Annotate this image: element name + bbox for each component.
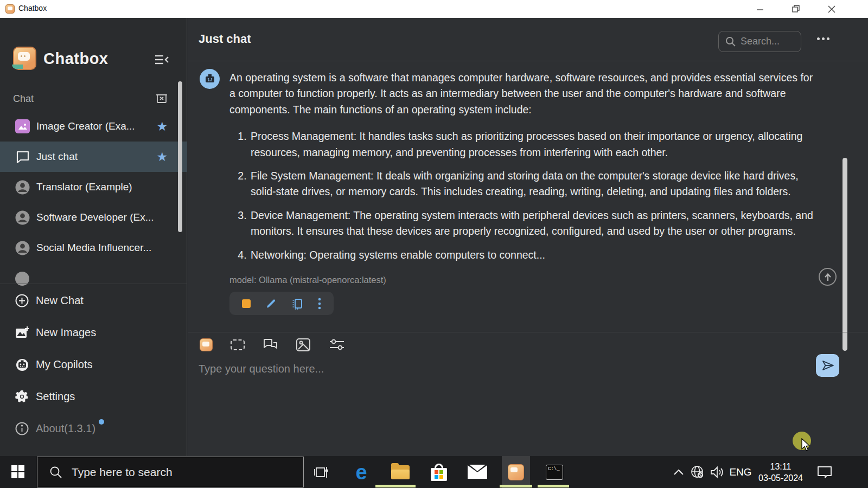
chat-scrollbar[interactable] (843, 158, 847, 351)
chatbox-logo-accent (12, 65, 23, 69)
sidebar-item-label: Software Developer (Ex... (36, 211, 154, 223)
message-input[interactable] (199, 363, 784, 444)
restore-icon (792, 5, 800, 13)
assistant-message: An operating system is a software that m… (229, 70, 821, 315)
page-title: Just chat (199, 32, 251, 46)
edge-browser-button[interactable]: e (347, 456, 375, 488)
nav-label: New Chat (36, 294, 84, 307)
window-titlebar: Chatbox (0, 0, 868, 18)
chatbox-icon (508, 464, 524, 480)
list-item: Device Management: The operating system … (250, 208, 821, 240)
search-input[interactable]: Search... (718, 31, 801, 52)
copy-icon (291, 298, 303, 310)
send-button[interactable] (816, 354, 839, 377)
chat-header: Just chat Search... (188, 18, 868, 61)
file-explorer-icon (391, 465, 410, 479)
sidebar-item-my-copilots[interactable]: My Copilots (0, 349, 187, 381)
message-paragraph: An operating system is a software that m… (229, 70, 821, 118)
avatar-icon (15, 210, 30, 225)
message-input-area (188, 332, 868, 456)
info-icon (15, 422, 29, 435)
taskbar-clock[interactable]: 13:11 03-05-2024 (757, 456, 804, 488)
stop-generating-button[interactable] (242, 299, 251, 308)
network-button[interactable] (689, 456, 706, 488)
clock-time: 13:11 (770, 461, 792, 472)
tray-chevron-button[interactable] (671, 456, 687, 488)
sidebar-item-new-images[interactable]: New Images (0, 317, 187, 349)
sidebar-item-translator[interactable]: Translator (Example) (0, 172, 187, 202)
running-indicator (538, 485, 569, 487)
language-label: ENG (729, 466, 751, 478)
language-indicator[interactable]: ENG (728, 456, 753, 488)
sidebar-item-settings[interactable]: Settings (0, 381, 187, 413)
tray-chevron-icon (674, 469, 684, 475)
sidebar-item-image-creator[interactable]: Image Creator (Exa... ★ (0, 111, 187, 142)
model-info: model: Ollama (mistral-openorca:latest) (229, 272, 821, 288)
task-view-icon (314, 465, 330, 479)
sidebar-item-social-media-influencer[interactable]: Social Media Influencer... (0, 233, 187, 263)
close-icon (828, 5, 835, 13)
volume-icon (710, 466, 724, 479)
update-badge (99, 419, 104, 425)
conversations-icon[interactable] (263, 338, 278, 352)
list-item: File System Management: It deals with or… (250, 168, 821, 200)
taskbar-search-placeholder: Type here to search (72, 466, 173, 479)
taskbar-search[interactable]: Type here to search (37, 457, 304, 487)
store-button[interactable] (425, 456, 453, 488)
sidebar-item-new-chat[interactable]: New Chat (0, 285, 187, 317)
sidebar-scrollbar[interactable] (178, 81, 182, 232)
chat-bubble-icon (15, 150, 30, 164)
nav-label: Settings (36, 390, 75, 403)
volume-button[interactable] (709, 456, 726, 488)
collapse-sidebar-button[interactable] (154, 52, 170, 68)
image-icon[interactable] (296, 338, 311, 352)
assistant-picker-icon[interactable] (200, 338, 213, 351)
message-toolbar (229, 292, 334, 315)
clock-date: 03-05-2024 (758, 472, 803, 484)
search-placeholder: Search... (741, 36, 780, 47)
plus-circle-icon (15, 294, 29, 307)
edit-button[interactable] (265, 298, 277, 309)
scroll-to-top-button[interactable] (819, 268, 837, 286)
nav-label: About(1.3.1) (36, 422, 95, 435)
mail-icon (468, 465, 487, 479)
screenshot-icon[interactable] (231, 339, 245, 350)
brand-name: Chatbox (43, 50, 108, 68)
copy-button[interactable] (291, 298, 303, 310)
file-explorer-button[interactable] (386, 456, 414, 488)
edit-icon (265, 298, 277, 309)
chatbox-taskbar-button[interactable] (502, 456, 530, 488)
store-icon (431, 464, 447, 481)
minimize-button[interactable] (748, 0, 773, 18)
nav-label: My Copilots (36, 358, 92, 371)
mail-button[interactable] (463, 456, 492, 488)
message-more-button[interactable] (318, 298, 321, 310)
maximize-button[interactable] (783, 0, 808, 18)
app-icon (5, 4, 15, 14)
sidebar-item-label: Translator (Example) (36, 181, 132, 193)
action-center-button[interactable] (813, 456, 837, 488)
send-icon (821, 359, 835, 372)
start-button[interactable] (11, 465, 24, 478)
close-button[interactable] (819, 0, 844, 18)
clear-chats-button[interactable] (155, 92, 168, 105)
sidebar-item-about[interactable]: About(1.3.1) (0, 413, 187, 445)
search-icon (725, 36, 736, 47)
running-indicator (500, 485, 532, 487)
terminal-button[interactable]: C:\_ (540, 456, 569, 488)
sidebar-item-software-developer[interactable]: Software Developer (Ex... (0, 202, 187, 233)
sidebar-item-just-chat[interactable]: Just chat ★ (0, 142, 187, 172)
task-view-button[interactable] (308, 456, 336, 488)
sidebar: Chatbox Chat Image Creator (Exa... ★ (0, 18, 187, 456)
star-icon[interactable]: ★ (156, 150, 168, 164)
window-title: Chatbox (18, 4, 47, 12)
more-menu-button[interactable] (817, 37, 833, 43)
sidebar-item-label: Social Media Influencer... (36, 242, 151, 254)
edge-icon: e (355, 462, 367, 483)
sidebar-nav: New Chat New Images (0, 285, 187, 445)
sliders-icon[interactable] (329, 338, 345, 352)
star-icon[interactable]: ★ (156, 119, 168, 134)
minimize-icon (756, 5, 764, 13)
app-window: Chatbox Chat Image Creator (Exa... ★ (0, 18, 868, 456)
chat-list: Image Creator (Exa... ★ Just chat ★ Tran… (0, 111, 187, 284)
